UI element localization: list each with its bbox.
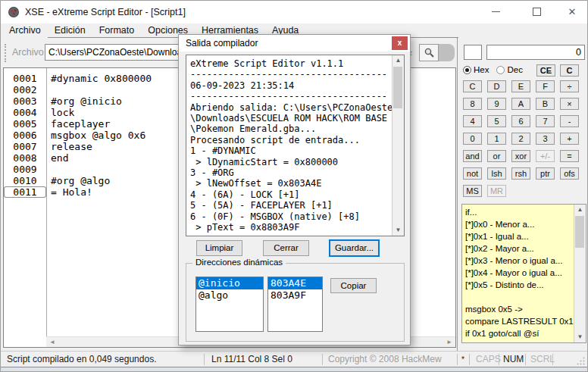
status-copyright: Copyright © 2008 HackMew xyxy=(328,352,442,367)
minimize-button[interactable] xyxy=(483,1,508,22)
calc-key[interactable]: xor xyxy=(511,150,530,162)
cerrar-button[interactable]: Cerrar xyxy=(263,240,309,256)
calc-key[interactable]: and xyxy=(463,150,482,162)
compiler-output-dialog: Salida compilador x eXtreme Script Edito… xyxy=(178,34,411,345)
output-line: > lNewOffset = 0x803A4E xyxy=(190,178,392,189)
calc-key[interactable]: F xyxy=(536,80,555,92)
calc-key[interactable]: 9 xyxy=(487,98,506,110)
toolbar-grip[interactable] xyxy=(5,44,6,62)
toolbar-endcap xyxy=(439,44,455,61)
scroll-up-icon[interactable]: ▲ xyxy=(574,205,586,215)
offsets-listbox[interactable]: 803A4E803A9F xyxy=(267,277,323,332)
scroll-right-icon[interactable]: ► xyxy=(446,338,452,346)
calc-key[interactable]: 3 xyxy=(536,133,555,145)
calculator-panel: 0 Hex Dec CE C CDEF÷89AB×4567-0123+andor… xyxy=(458,38,588,351)
help-line: if... xyxy=(465,206,573,218)
calc-key[interactable]: MR xyxy=(487,185,506,197)
calc-key[interactable]: 1 xyxy=(487,133,506,145)
line-number: 0008 xyxy=(4,152,46,164)
calc-key[interactable]: - xyxy=(560,115,579,127)
help-line: [*]0x0 - Menor a... xyxy=(465,218,573,230)
calc-key[interactable]: = xyxy=(560,150,579,162)
dec-label: Dec xyxy=(507,65,522,74)
calc-key[interactable]: or xyxy=(487,150,506,162)
line-number: 0007 xyxy=(4,141,46,152)
list-item[interactable]: 803A9F xyxy=(268,289,322,302)
close-icon: ✕ xyxy=(568,6,577,17)
list-item[interactable]: @inicio xyxy=(196,277,263,289)
maximize-icon xyxy=(533,8,541,16)
calc-key[interactable]: 8 xyxy=(463,98,482,110)
scroll-down-icon[interactable]: ▼ xyxy=(393,225,404,236)
help-line: [*]0x2 - Mayor a... xyxy=(465,242,573,255)
output-line: ------------------------------------ xyxy=(190,91,392,102)
output-line: > pText = 0x8803A9F xyxy=(190,222,392,233)
calc-key[interactable]: + xyxy=(560,133,579,145)
calc-key[interactable]: 4 xyxy=(463,115,482,127)
help-line: [*]0x5 - Distinto de... xyxy=(465,279,573,291)
calc-key[interactable]: × xyxy=(560,98,579,110)
status-asterisk: * xyxy=(461,352,464,367)
help-line xyxy=(465,291,573,303)
calc-key[interactable]: B xyxy=(536,98,555,110)
code-text: end xyxy=(51,152,68,164)
maximize-button[interactable] xyxy=(524,1,549,22)
output-box[interactable]: eXtreme Script Editor v1.1.1------------… xyxy=(186,55,405,236)
dialog-titlebar[interactable]: Salida compilador xyxy=(179,35,410,52)
window-title: XSE - eXtreme Script Editor - [Script1] xyxy=(25,7,186,17)
guardar-button[interactable]: Guardar... xyxy=(329,239,380,257)
calc-key[interactable]: 7 xyxy=(536,115,555,127)
status-separator xyxy=(499,354,499,365)
menu-item[interactable]: Archivo xyxy=(2,23,48,38)
calc-key[interactable]: A xyxy=(511,98,530,110)
dialog-close-button[interactable]: x xyxy=(392,36,408,50)
calc-display: 0 xyxy=(486,45,585,60)
calc-key[interactable]: not xyxy=(463,167,482,180)
menu-item[interactable]: Edición xyxy=(48,23,92,38)
scroll-down-icon[interactable]: ▼ xyxy=(574,332,586,342)
calc-key[interactable]: 5 xyxy=(487,115,506,127)
status-scrl: SCRL xyxy=(530,352,555,367)
labels-listbox[interactable]: @inicio@algo xyxy=(195,277,264,332)
list-item[interactable]: 803A4E xyxy=(268,277,322,289)
output-line: \Pokemon Emerald.gba... xyxy=(190,123,392,134)
calc-key[interactable]: ptr xyxy=(536,167,555,180)
calc-key[interactable]: lsh xyxy=(487,167,506,180)
dynamic-addresses-group: Direcciones dinámicas @inicio@algo 803A4… xyxy=(186,263,405,342)
calc-key[interactable]: 6 xyxy=(511,115,530,127)
hex-radio[interactable]: Hex xyxy=(463,65,489,74)
help-scrollbar[interactable]: ▲ ▼ xyxy=(574,205,586,342)
help-line: [*]0x1 - Igual a... xyxy=(465,230,573,242)
ce-button[interactable]: CE xyxy=(536,64,555,77)
calc-key[interactable]: +/- xyxy=(536,150,555,162)
hex-label: Hex xyxy=(474,65,489,74)
help-line: if 0x1 goto/call @sí xyxy=(465,327,573,339)
help-line: compare LASTRESULT 0x1 xyxy=(465,315,573,327)
calc-key[interactable]: D xyxy=(487,80,506,92)
scroll-thumb[interactable] xyxy=(575,216,584,248)
calc-key[interactable]: rsh xyxy=(511,167,530,180)
resize-grip[interactable] xyxy=(577,357,585,365)
compile-button[interactable] xyxy=(419,44,439,61)
calc-key[interactable]: ofs xyxy=(560,167,579,180)
menu-item[interactable]: Formato xyxy=(92,23,142,38)
scroll-left-icon[interactable]: ◄ xyxy=(49,338,55,346)
calc-key[interactable]: E xyxy=(511,80,530,92)
output-scrollbar[interactable]: ▲ ▼ xyxy=(392,55,404,236)
list-item[interactable]: @algo xyxy=(196,289,263,302)
scroll-up-icon[interactable]: ▲ xyxy=(393,55,404,66)
calc-key[interactable]: C xyxy=(463,80,482,92)
titlebar: XSE - eXtreme Script Editor - [Script1] … xyxy=(1,1,587,23)
calc-key[interactable]: ÷ xyxy=(560,80,579,92)
calc-key[interactable]: MS xyxy=(463,185,482,197)
line-number: 0009 xyxy=(4,164,46,175)
limpiar-button[interactable]: Limpiar xyxy=(196,240,242,256)
output-line: Procesando script de entrada... xyxy=(190,135,392,145)
clear-button[interactable]: C xyxy=(560,64,579,77)
close-button[interactable]: ✕ xyxy=(559,1,585,22)
scroll-thumb[interactable] xyxy=(393,67,402,108)
copiar-button[interactable]: Copiar xyxy=(330,278,377,293)
calc-key[interactable]: 0 xyxy=(463,133,482,145)
dec-radio[interactable]: Dec xyxy=(496,65,522,74)
calc-key[interactable]: 2 xyxy=(511,133,530,145)
